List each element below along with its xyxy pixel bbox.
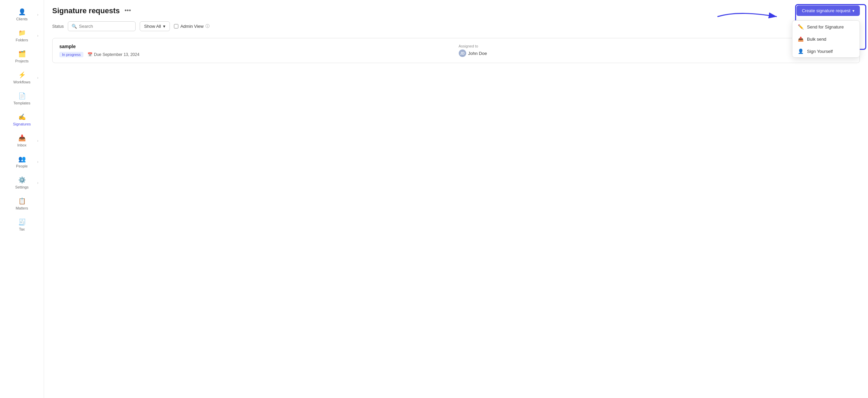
sidebar-label-folders: Folders (16, 38, 28, 42)
sidebar-item-clients[interactable]: 👤 Clients › (3, 5, 41, 24)
search-icon: 🔍 (72, 24, 77, 29)
sidebar-item-tax[interactable]: 🧾 Tax (3, 215, 41, 235)
sidebar-label-matters: Matters (16, 206, 28, 210)
sidebar-item-folders[interactable]: 📁 Folders › (3, 26, 41, 45)
header-right: Create signature request ▾ ✏️ Send for S… (796, 5, 860, 16)
dropdown-item-send-for-signature[interactable]: ✏️ Send for Signature (792, 21, 860, 33)
workflows-icon: ⚡ (18, 71, 26, 79)
settings-icon: ⚙️ (18, 176, 26, 184)
assigned-section: Assigned to JD John Doe (459, 44, 487, 57)
chevron-icon: › (37, 76, 38, 80)
sidebar-item-people[interactable]: 👥 People › (3, 152, 41, 172)
page-title: Signature requests (52, 6, 120, 15)
create-button-wrapper: Create signature request ▾ ✏️ Send for S… (796, 5, 860, 16)
main-content: Signature requests ••• (44, 0, 868, 398)
dropdown-label-bulk: Bulk send (807, 37, 826, 42)
sidebar-label-signatures: Signatures (13, 122, 31, 126)
sidebar-item-projects[interactable]: 🗂️ Projects (3, 47, 41, 66)
chevron-icon: › (37, 160, 38, 164)
sidebar-item-workflows[interactable]: ⚡ Workflows › (3, 68, 41, 87)
tax-icon: 🧾 (18, 218, 26, 226)
dropdown-label-send: Send for Signature (807, 24, 844, 29)
create-sig-label: Create signature request (802, 8, 850, 13)
chevron-down-icon: ▾ (852, 8, 854, 13)
chevron-icon: › (37, 13, 38, 17)
dropdown-label-sign: Sign Yourself (807, 49, 833, 54)
sidebar-label-settings: Settings (15, 185, 29, 189)
sidebar-label-projects: Projects (15, 59, 29, 63)
templates-icon: 📄 (18, 92, 26, 100)
clients-icon: 👤 (18, 8, 26, 16)
folders-icon: 📁 (18, 29, 26, 37)
chevron-icon: › (37, 34, 38, 38)
toolbar: Status 🔍 Show All ▾ Admin View ⓘ (44, 19, 868, 35)
matters-icon: 📋 (18, 197, 26, 205)
sig-card-left: sample In progress 📅 Due September 13, 2… (59, 44, 139, 57)
dropdown-menu: ✏️ Send for Signature 📤 Bulk send 👤 Sign… (792, 20, 860, 58)
bulk-icon: 📤 (798, 36, 804, 42)
status-label: Status (52, 24, 64, 29)
edit-icon: ✏️ (798, 24, 804, 29)
dropdown-item-bulk-send[interactable]: 📤 Bulk send (792, 33, 860, 45)
person-icon: 👤 (798, 48, 804, 54)
sidebar-item-templates[interactable]: 📄 Templates (3, 89, 41, 108)
create-signature-request-button[interactable]: Create signature request ▾ (796, 5, 860, 16)
signatures-icon: ✍️ (18, 113, 26, 121)
assigned-person: JD John Doe (459, 49, 487, 57)
admin-view-checkbox[interactable] (174, 24, 178, 28)
due-date-text: Due September 13, 2024 (94, 52, 139, 57)
sig-card-header: sample In progress 📅 Due September 13, 2… (59, 44, 853, 57)
sidebar-item-signatures[interactable]: ✍️ Signatures (3, 110, 41, 130)
show-all-label: Show All (144, 24, 161, 29)
sidebar-label-clients: Clients (16, 17, 28, 21)
sidebar-label-inbox: Inbox (17, 143, 26, 147)
info-icon[interactable]: ⓘ (205, 23, 210, 29)
page-title-row: Signature requests ••• (52, 6, 133, 15)
search-input[interactable] (79, 24, 132, 29)
search-input-wrapper[interactable]: 🔍 (68, 21, 136, 31)
admin-view-label: Admin View (180, 24, 203, 29)
people-icon: 👥 (18, 155, 26, 163)
inbox-icon: 📥 (18, 134, 26, 142)
sig-card-meta: In progress 📅 Due September 13, 2024 (59, 52, 139, 57)
calendar-icon: 📅 (87, 52, 93, 57)
assigned-name: John Doe (468, 51, 487, 56)
content-area: sample In progress 📅 Due September 13, 2… (44, 35, 868, 398)
sidebar-label-people: People (16, 164, 27, 168)
admin-view-wrapper: Admin View ⓘ (174, 23, 210, 29)
sidebar-item-matters[interactable]: 📋 Matters (3, 194, 41, 214)
sidebar-item-settings[interactable]: ⚙️ Settings › (3, 173, 41, 193)
more-options-button[interactable]: ••• (122, 6, 133, 15)
projects-icon: 🗂️ (18, 50, 26, 58)
sidebar-label-templates: Templates (13, 101, 30, 105)
page-header: Signature requests ••• (44, 0, 868, 19)
assigned-label: Assigned to (459, 44, 478, 48)
sidebar-label-workflows: Workflows (13, 80, 31, 84)
sidebar: 👤 Clients › 📁 Folders › 🗂️ Projects ⚡ Wo… (0, 0, 44, 398)
dropdown-arrow-icon: ▾ (163, 24, 165, 29)
signature-request-card[interactable]: sample In progress 📅 Due September 13, 2… (52, 38, 860, 63)
due-date: 📅 Due September 13, 2024 (87, 52, 139, 57)
sidebar-label-tax: Tax (19, 227, 25, 231)
show-all-button[interactable]: Show All ▾ (140, 21, 170, 31)
status-badge: In progress (59, 52, 83, 57)
sig-card-name: sample (59, 44, 139, 49)
dropdown-item-sign-yourself[interactable]: 👤 Sign Yourself (792, 45, 860, 57)
chevron-icon: › (37, 139, 38, 143)
sidebar-item-inbox[interactable]: 📥 Inbox › (3, 131, 41, 151)
avatar: JD (459, 49, 466, 57)
chevron-icon: › (37, 181, 38, 185)
